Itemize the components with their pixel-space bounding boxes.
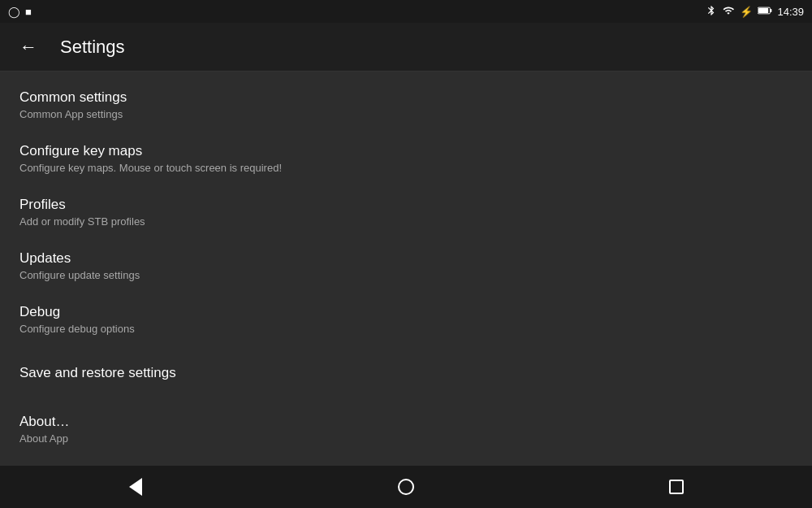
settings-item-configure-key-maps[interactable]: Configure key maps Configure key maps. M… [0,132,812,185]
settings-divider-2 [0,398,812,399]
svg-rect-1 [771,9,772,12]
settings-item-subtitle: About App [19,432,793,445]
status-bar: ◯ ■ ⚡ 14:39 [0,0,812,23]
svg-rect-2 [758,8,768,13]
settings-item-debug[interactable]: Debug Configure debug options [0,293,812,346]
time-display: 14:39 [777,6,804,18]
back-button[interactable]: ← [13,30,44,64]
recent-nav-icon [669,480,684,494]
wifi-icon [722,5,735,19]
app-icon-2: ■ [25,6,32,18]
nav-bar [0,466,812,508]
home-nav-icon [398,479,414,495]
settings-item-title: Profiles [19,197,793,213]
settings-item-title: Debug [19,304,793,320]
app-bar: ← Settings [0,23,812,72]
settings-list: Common settings Common App settings Conf… [0,72,812,466]
nav-back-button[interactable] [111,471,160,503]
settings-item-subtitle: Configure debug options [19,323,793,335]
settings-item-title: About… [19,414,793,430]
status-bar-right: ⚡ 14:39 [706,5,804,19]
settings-item-title: Configure key maps [19,143,793,159]
settings-item-title: Updates [19,250,793,267]
settings-item-about[interactable]: About… About App [0,402,812,456]
settings-item-title: Common settings [19,89,793,106]
nav-home-button[interactable] [382,471,430,503]
app-bar-title: Settings [60,37,125,58]
status-bar-left: ◯ ■ [8,6,32,18]
settings-item-updates[interactable]: Updates Configure update settings [0,239,812,293]
app-icon-1: ◯ [8,6,20,18]
nav-recent-button[interactable] [652,471,701,503]
settings-item-save-restore[interactable]: Save and restore settings [0,354,812,395]
bluetooth-icon [706,5,717,19]
settings-item-subtitle: Configure update settings [19,269,793,281]
settings-item-title: Save and restore settings [19,365,793,381]
back-nav-icon [129,478,142,496]
settings-item-subtitle: Common App settings [19,108,793,120]
charging-icon: ⚡ [740,6,753,18]
settings-item-subtitle: Add or modify STB profiles [19,215,793,228]
battery-icon [758,6,772,18]
settings-item-common-settings[interactable]: Common settings Common App settings [0,78,812,132]
settings-item-profiles[interactable]: Profiles Add or modify STB profiles [0,185,812,239]
settings-divider [0,350,812,350]
settings-item-subtitle: Configure key maps. Mouse or touch scree… [19,162,793,174]
